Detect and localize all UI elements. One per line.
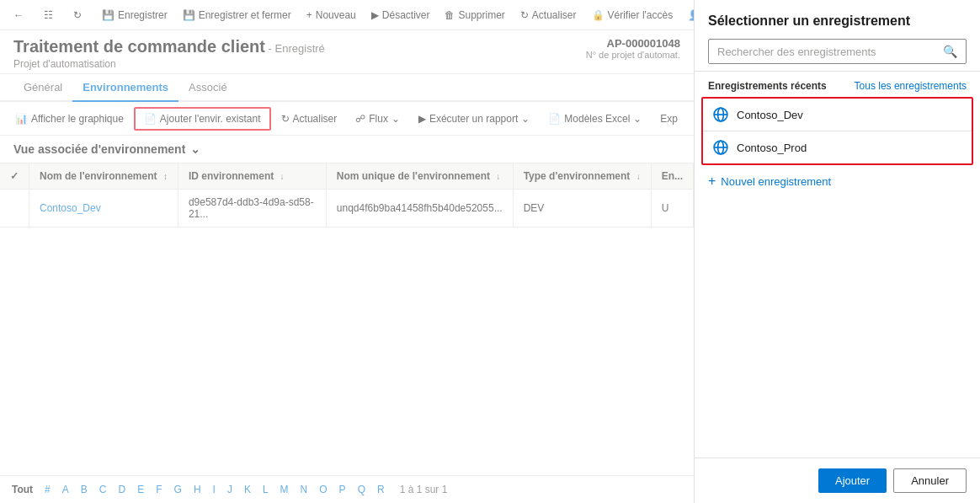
delete-icon: 🗑 xyxy=(445,9,455,21)
sort-unique-icon: ↓ xyxy=(496,172,500,181)
sort-name-icon: ↕ xyxy=(163,172,168,181)
deactivate-button[interactable]: ▶ Désactiver xyxy=(365,6,437,24)
excel-models-button[interactable]: 📄 Modèles Excel ⌄ xyxy=(540,109,650,129)
refresh2-icon: ↻ xyxy=(520,9,529,21)
graph-icon: 📊 xyxy=(15,113,28,125)
recent-header: Enregistrements récents Tous les enregis… xyxy=(695,72,980,97)
sub-refresh-icon: ↻ xyxy=(281,113,290,125)
search-button[interactable]: 🔍 xyxy=(935,40,966,63)
view-chevron-icon[interactable]: ⌄ xyxy=(190,142,200,156)
run-report-chevron-icon: ⌄ xyxy=(521,113,530,125)
search-input[interactable] xyxy=(709,40,935,63)
page-letter-m[interactable]: M xyxy=(275,481,294,498)
col-unique-name[interactable]: Nom unique de l'environnement ↓ xyxy=(326,163,513,190)
save-button[interactable]: 💾 Enregistrer xyxy=(95,6,174,24)
cancel-button[interactable]: Annuler xyxy=(893,468,967,493)
verify-button[interactable]: 🔒 Vérifier l'accès xyxy=(585,6,680,24)
col-type[interactable]: Type d'environnement ↓ xyxy=(513,163,651,190)
page-letter-k[interactable]: K xyxy=(239,481,256,498)
layout-icon-button[interactable]: ☷ xyxy=(37,6,60,24)
run-report-button[interactable]: ▶ Exécuter un rapport ⌄ xyxy=(410,109,538,129)
refresh-icon: ↻ xyxy=(73,9,82,21)
plus-icon: + xyxy=(708,174,716,189)
sort-id-icon: ↓ xyxy=(280,172,285,181)
panel-header: Sélectionner un enregistrement 🔍 xyxy=(695,0,980,72)
verify-icon: 🔒 xyxy=(592,9,605,21)
page-letter-hash[interactable]: # xyxy=(40,481,56,498)
col-id[interactable]: ID environnement ↓ xyxy=(178,163,326,190)
environments-table: ✓ Nom de l'environnement ↕ ID environnem… xyxy=(0,163,694,227)
delete-button[interactable]: 🗑 Supprimer xyxy=(438,6,511,24)
globe-icon-dev xyxy=(713,107,728,122)
new-record-button[interactable]: + Nouvel enregistrement xyxy=(695,165,980,197)
page-letter-tout[interactable]: Tout xyxy=(7,481,38,498)
assign-button[interactable]: 👤 Affecter xyxy=(681,6,694,24)
row-check[interactable] xyxy=(0,190,29,227)
tab-environments[interactable]: Environnements xyxy=(72,74,178,102)
table-row: Contoso_Dev d9e587d4-ddb3-4d9a-sd58-21..… xyxy=(0,190,694,227)
save-close-button[interactable]: 💾 Enregistrer et fermer xyxy=(176,6,298,24)
row-type: DEV xyxy=(513,190,651,227)
save-icon: 💾 xyxy=(102,9,115,21)
page-letter-n[interactable]: N xyxy=(296,481,313,498)
view-header: Vue associée d'environnement ⌄ xyxy=(0,136,694,163)
page-letter-c[interactable]: C xyxy=(94,481,112,498)
refresh-button[interactable]: ↻ Actualiser xyxy=(514,6,583,24)
page-letter-p[interactable]: P xyxy=(334,481,351,498)
row-id: d9e587d4-ddb3-4d9a-sd58-21... xyxy=(178,190,326,227)
page-letter-a[interactable]: A xyxy=(57,481,74,498)
page-id: AP-000001048 xyxy=(586,37,680,50)
col-extra: En... xyxy=(651,163,693,190)
new-button[interactable]: + Nouveau xyxy=(300,6,363,24)
layout-icon: ☷ xyxy=(44,9,53,21)
new-icon: + xyxy=(306,9,312,21)
row-name[interactable]: Contoso_Dev xyxy=(29,190,178,227)
run-report-icon: ▶ xyxy=(418,113,426,125)
panel-title: Sélectionner un enregistrement xyxy=(708,13,967,29)
page-letter-l[interactable]: L xyxy=(258,481,274,498)
page-letter-d[interactable]: D xyxy=(114,481,131,498)
row-extra: U xyxy=(651,190,693,227)
page-id-section: AP-000001048 N° de projet d'automat. xyxy=(586,37,680,60)
check-header[interactable]: ✓ xyxy=(0,163,29,190)
panel-body: Enregistrements récents Tous les enregis… xyxy=(695,72,980,458)
record-name-dev: Contoso_Dev xyxy=(737,109,803,121)
page-letter-q[interactable]: Q xyxy=(353,481,370,498)
show-graph-button[interactable]: 📊 Afficher le graphique xyxy=(7,109,132,129)
page-letter-o[interactable]: O xyxy=(314,481,332,498)
all-records-link[interactable]: Tous les enregistrements xyxy=(855,80,967,92)
search-box: 🔍 xyxy=(708,39,967,64)
page-letter-h[interactable]: H xyxy=(189,481,206,498)
add-existing-button[interactable]: 📄 Ajouter l'envir. existant xyxy=(134,107,271,131)
table-header-row: ✓ Nom de l'environnement ↕ ID environnem… xyxy=(0,163,694,190)
sub-refresh-button[interactable]: ↻ Actualiser xyxy=(273,109,346,129)
add-button[interactable]: Ajouter xyxy=(818,468,887,493)
page-letter-e[interactable]: E xyxy=(132,481,149,498)
record-item-prod[interactable]: Contoso_Prod xyxy=(703,131,972,163)
page-letter-g[interactable]: G xyxy=(169,481,187,498)
flux-button[interactable]: ☍ Flux ⌄ xyxy=(347,109,408,129)
col-name[interactable]: Nom de l'environnement ↕ xyxy=(29,163,178,190)
tab-bar: Général Environnements Associé xyxy=(0,74,694,102)
view-title: Vue associée d'environnement ⌄ xyxy=(13,142,200,156)
tab-associated[interactable]: Associé xyxy=(178,74,237,102)
assign-icon: 👤 xyxy=(688,9,694,21)
main-toolbar: ← ☷ ↻ 💾 Enregistrer 💾 Enregistrer et fer… xyxy=(0,0,694,30)
record-item-dev[interactable]: Contoso_Dev xyxy=(703,99,972,131)
back-button[interactable]: ← xyxy=(7,6,30,24)
page-letter-f[interactable]: F xyxy=(151,481,167,498)
save-close-icon: 💾 xyxy=(183,9,195,21)
exp-button[interactable]: Exp xyxy=(652,109,686,129)
page-letter-j[interactable]: J xyxy=(222,481,237,498)
page-count: 1 à 1 sur 1 xyxy=(393,484,448,495)
page-letter-r[interactable]: R xyxy=(372,481,390,498)
page-letter-i[interactable]: I xyxy=(208,481,221,498)
tab-general[interactable]: Général xyxy=(13,74,72,102)
refresh-icon-button[interactable]: ↻ xyxy=(67,6,88,24)
record-name-prod: Contoso_Prod xyxy=(737,142,807,154)
excel-icon: 📄 xyxy=(548,113,561,125)
record-list: Contoso_Dev Contoso_Prod xyxy=(701,97,973,165)
pagination-bar: Tout # A B C D E F G H I J K L M N O P Q… xyxy=(0,475,694,503)
page-id-label: N° de projet d'automat. xyxy=(586,50,680,60)
page-letter-b[interactable]: B xyxy=(76,481,93,498)
